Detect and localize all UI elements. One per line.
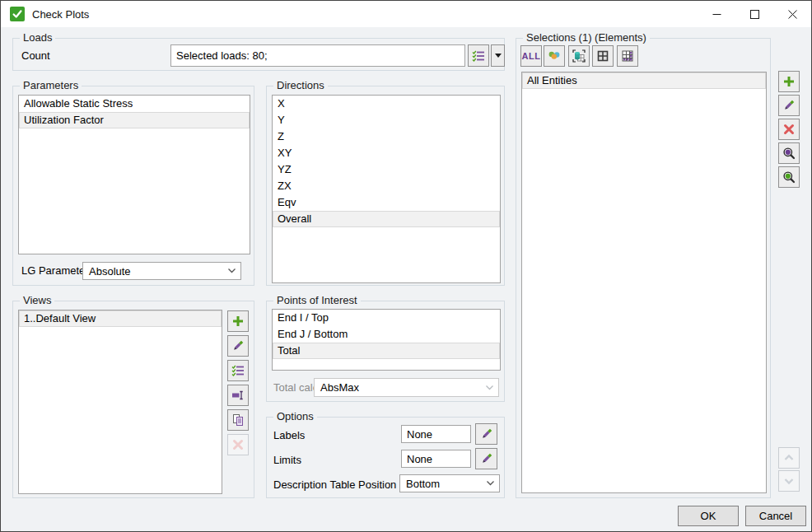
count-field[interactable]	[170, 44, 465, 67]
labels-label: Labels	[273, 429, 305, 441]
title-bar: Check Plots	[1, 1, 811, 27]
edit-labels-button[interactable]	[475, 423, 497, 445]
selections-list: All Entities	[521, 72, 767, 493]
lg-parameter-select[interactable]: Absolute	[82, 262, 241, 280]
magnifier-green-icon	[782, 170, 796, 184]
checklist-icon	[472, 49, 485, 63]
loads-dropdown-button[interactable]	[491, 44, 505, 67]
add-selection-button[interactable]	[778, 71, 800, 92]
directions-item[interactable]: Y	[273, 112, 500, 128]
directions-item[interactable]: YZ	[273, 161, 500, 178]
add-view-button[interactable]	[227, 310, 249, 332]
all-label: ALL	[522, 51, 541, 61]
plus-icon	[231, 315, 245, 328]
app-check-icon	[10, 7, 25, 21]
minimize-button[interactable]	[698, 1, 735, 27]
options-group: Options Labels Limits Description Table …	[266, 417, 505, 498]
show-matrix-button[interactable]	[617, 45, 638, 67]
limits-field[interactable]	[401, 450, 471, 468]
rename-view-button[interactable]	[227, 385, 249, 406]
directions-group-label: Directions	[273, 79, 328, 91]
loads-group-label: Loads	[20, 31, 55, 44]
parameters-group-label: Parameters	[20, 79, 82, 91]
show-grid-button[interactable]	[592, 45, 614, 67]
directions-list: X Y Z XY YZ ZX Eqv Overall	[272, 95, 501, 283]
poi-item[interactable]: End J / Bottom	[273, 326, 500, 343]
selections-group: Selections (1) (Elements) ALL	[516, 38, 771, 498]
table-position-select[interactable]: Bottom	[399, 474, 500, 492]
pick-entities-button[interactable]	[568, 45, 590, 67]
copy-view-button[interactable]	[227, 409, 249, 431]
points-of-interest-list: End I / Top End J / Bottom Total	[272, 309, 501, 371]
select-loads-button[interactable]	[468, 44, 489, 67]
points-of-interest-group: Points of Interest End I / Top End J / B…	[266, 301, 505, 402]
chevron-up-icon	[782, 451, 796, 464]
directions-item[interactable]: Z	[273, 128, 500, 145]
pencil-icon	[480, 427, 493, 441]
grid-filled-icon	[621, 49, 634, 63]
copy-icon	[231, 413, 245, 427]
pencil-icon	[480, 452, 493, 465]
points-of-interest-group-label: Points of Interest	[273, 294, 361, 306]
chevron-down-icon	[487, 481, 494, 486]
views-list: 1..Default View	[18, 310, 222, 494]
edit-selection-button[interactable]	[778, 95, 800, 116]
move-down-button[interactable]	[778, 470, 800, 492]
maximize-button[interactable]	[735, 1, 773, 27]
minimize-icon	[712, 10, 721, 19]
pencil-icon	[231, 339, 245, 352]
directions-item[interactable]: X	[273, 96, 500, 112]
move-up-button[interactable]	[778, 447, 800, 469]
directions-item[interactable]: Eqv	[273, 194, 500, 211]
window-title: Check Plots	[32, 8, 89, 21]
parameters-item-selected[interactable]: Utilization Factor	[19, 112, 250, 128]
directions-item-selected[interactable]: Overall	[273, 211, 500, 227]
directions-item[interactable]: ZX	[273, 178, 500, 194]
select-all-button[interactable]: ALL	[520, 45, 542, 67]
dropdown-arrow-icon	[495, 54, 502, 58]
chevron-down-icon	[486, 385, 493, 390]
close-button[interactable]	[773, 1, 812, 27]
delete-x-icon	[782, 123, 796, 136]
rename-icon	[231, 389, 245, 402]
labels-field[interactable]	[401, 425, 471, 443]
check-plots-dialog: Check Plots Loads Count Parameters	[0, 0, 812, 532]
selections-item-selected[interactable]: All Entities	[522, 72, 766, 89]
delete-selection-button[interactable]	[778, 119, 800, 140]
loads-group: Loads Count	[12, 38, 505, 71]
directions-group: Directions X Y Z XY YZ ZX Eqv Overall	[266, 86, 505, 286]
delete-x-icon	[231, 438, 245, 451]
poi-item[interactable]: End I / Top	[273, 310, 500, 326]
total-calc-type-select[interactable]: AbsMax	[314, 378, 499, 397]
count-label: Count	[21, 49, 50, 62]
parameters-group: Parameters Allowable Static Stress Utili…	[12, 86, 254, 286]
pencil-icon	[782, 99, 796, 112]
poi-item-selected[interactable]: Total	[273, 343, 500, 359]
zoom-visible-button[interactable]	[778, 166, 800, 188]
chevron-down-icon	[782, 474, 796, 488]
parameters-list: Allowable Static Stress Utilization Fact…	[18, 95, 250, 254]
maximize-icon	[750, 10, 759, 19]
cancel-button[interactable]: Cancel	[745, 506, 806, 526]
total-calc-type-value: AbsMax	[320, 381, 359, 394]
views-group-label: Views	[20, 294, 54, 306]
select-by-color-button[interactable]	[544, 45, 565, 67]
entity-select-icon	[572, 49, 586, 63]
directions-item[interactable]: XY	[273, 145, 500, 161]
edit-view-button[interactable]	[227, 335, 249, 357]
view-checklist-button[interactable]	[227, 360, 249, 381]
views-group: Views 1..Default View	[12, 301, 254, 498]
table-position-label: Description Table Position	[273, 478, 396, 491]
grid-2x2-icon	[596, 49, 609, 63]
parameters-item[interactable]: Allowable Static Stress	[19, 96, 250, 112]
zoom-selection-button[interactable]	[778, 142, 800, 164]
chevron-down-icon	[228, 268, 236, 273]
delete-view-button[interactable]	[227, 434, 249, 455]
ok-button[interactable]: OK	[678, 506, 739, 526]
options-group-label: Options	[273, 410, 317, 422]
table-position-value: Bottom	[406, 478, 440, 490]
views-item-selected[interactable]: 1..Default View	[19, 310, 222, 327]
magnifier-purple-icon	[782, 147, 796, 160]
colored-balls-icon	[548, 49, 561, 63]
edit-limits-button[interactable]	[475, 448, 497, 469]
